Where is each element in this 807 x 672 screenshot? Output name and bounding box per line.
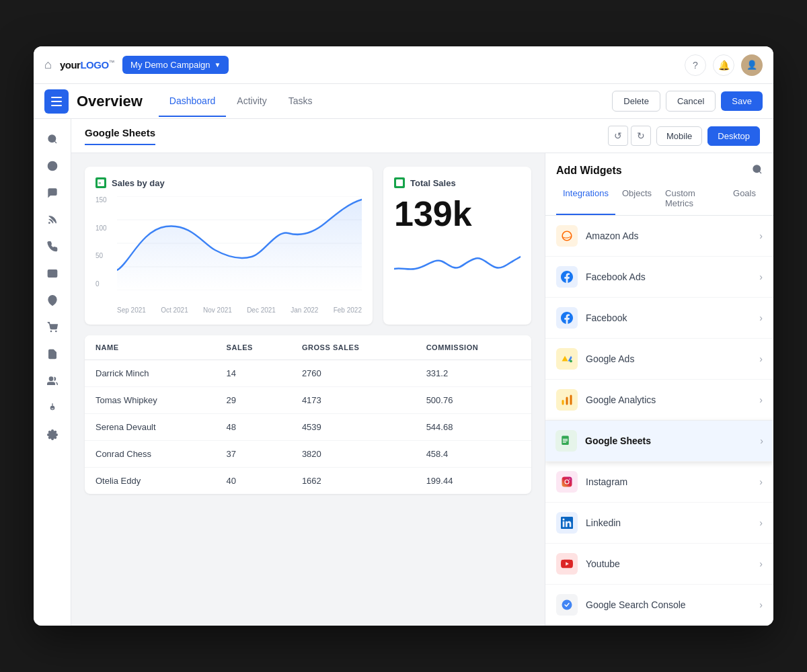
google-sheets-icon-small: ≡: [95, 177, 106, 188]
widget-item-google-sheets[interactable]: Google Sheets ›: [545, 421, 773, 462]
facebook-chevron-icon: ›: [759, 312, 763, 323]
svg-rect-17: [396, 179, 403, 186]
sidebar-icon-location[interactable]: [40, 288, 65, 312]
table-row[interactable]: Otelia Eddy 40 1662 199.44: [85, 468, 531, 495]
cancel-button[interactable]: Cancel: [666, 91, 716, 112]
widget-item-instagram[interactable]: Instagram ›: [545, 462, 773, 503]
google-analytics-icon: [556, 389, 578, 411]
sidebar-icon-rss[interactable]: [40, 208, 65, 232]
widget-item-youtube[interactable]: Youtube ›: [545, 544, 773, 585]
sidebar-icon-users[interactable]: [40, 369, 65, 393]
tab-integrations[interactable]: Integrations: [556, 183, 615, 215]
content-tab-title: Google Sheets: [85, 127, 155, 145]
svg-rect-20: [562, 400, 564, 405]
sidebar-icon-chat[interactable]: [40, 181, 65, 205]
notifications-button[interactable]: 🔔: [713, 54, 734, 76]
undo-redo-group: ↺ ↻: [608, 126, 651, 146]
col-name: NAME: [85, 335, 216, 360]
tab-activity[interactable]: Activity: [226, 86, 277, 117]
svg-point-29: [569, 478, 570, 480]
tab-objects[interactable]: Objects: [615, 183, 658, 215]
sidebar-icon-chart[interactable]: [40, 154, 65, 178]
help-icon: ?: [693, 60, 698, 71]
sidebar-icon-mail[interactable]: [40, 261, 65, 286]
svg-point-5: [51, 298, 54, 301]
col-commission: COMMISSION: [416, 335, 531, 360]
svg-point-6: [50, 331, 51, 331]
logo: yourLOGO™: [60, 59, 114, 71]
google-ads-chevron-icon: ›: [759, 353, 763, 364]
amazon-ads-chevron-icon: ›: [759, 230, 763, 241]
sidebar-icon-phone[interactable]: [40, 235, 65, 259]
content-body: ≡ Sales by day 150 100 50 0: [71, 153, 773, 626]
page-title: Overview: [77, 93, 143, 110]
tab-custom-metrics[interactable]: Custom Metrics: [658, 183, 726, 215]
widget-item-google-search-console[interactable]: Google Search Console ›: [545, 585, 773, 626]
widget-item-facebook[interactable]: Facebook ›: [545, 298, 773, 339]
total-sales-title: Total Sales: [394, 177, 521, 188]
campaign-dropdown[interactable]: My Demo Campaign ▼: [122, 56, 229, 74]
save-button[interactable]: Save: [721, 91, 763, 111]
cell-gross: 4539: [291, 414, 416, 441]
sidebar-icon-doc[interactable]: [40, 342, 65, 366]
cell-sales: 29: [216, 387, 291, 414]
redo-button[interactable]: ↻: [631, 126, 651, 146]
svg-rect-22: [570, 395, 572, 405]
linkedin-label: Linkedin: [586, 517, 759, 528]
mini-chart: [394, 242, 521, 282]
cell-gross: 3820: [291, 441, 416, 468]
sidebar-icon-search[interactable]: [40, 127, 65, 151]
cell-commission: 331.2: [416, 360, 531, 387]
svg-rect-26: [563, 442, 566, 443]
instagram-icon: [556, 471, 578, 493]
linkedin-chevron-icon: ›: [759, 517, 763, 528]
youtube-chevron-icon: ›: [759, 558, 763, 569]
sidebar-icon-settings[interactable]: [40, 423, 65, 447]
widgets-panel: Add Widgets Integrations Objects Custom …: [545, 153, 773, 626]
svg-point-30: [562, 600, 572, 610]
col-sales: SALES: [216, 335, 291, 360]
charts-row: ≡ Sales by day 150 100 50 0: [85, 167, 531, 325]
facebook-ads-icon: [556, 266, 578, 288]
top-bar-right: ? 🔔 👤: [685, 54, 763, 76]
widget-item-google-ads[interactable]: Google Ads ›: [545, 339, 773, 380]
second-bar-right: Delete Cancel Save: [612, 91, 763, 112]
cell-gross: 2760: [291, 360, 416, 387]
home-icon[interactable]: ⌂: [44, 58, 52, 72]
amazon-ads-icon: [556, 225, 578, 247]
sidebar-toggle-button[interactable]: [44, 89, 69, 114]
sidebar-icon-cart[interactable]: [40, 315, 65, 339]
x-axis-labels: Sep 2021 Oct 2021 Nov 2021 Dec 2021 Jan …: [95, 306, 362, 314]
table-row[interactable]: Tomas Whipkey 29 4173 500.76: [85, 387, 531, 414]
google-search-console-chevron-icon: ›: [759, 599, 763, 610]
facebook-ads-chevron-icon: ›: [759, 271, 763, 282]
tab-dashboard[interactable]: Dashboard: [159, 86, 227, 117]
help-button[interactable]: ?: [685, 54, 706, 76]
cell-name: Conrad Chess: [85, 441, 216, 468]
widgets-search-icon[interactable]: [752, 164, 763, 177]
widget-item-amazon-ads[interactable]: Amazon Ads ›: [545, 216, 773, 257]
table-row[interactable]: Darrick Minch 14 2760 331.2: [85, 360, 531, 387]
facebook-icon: [556, 307, 578, 329]
delete-button[interactable]: Delete: [612, 91, 660, 112]
svg-rect-25: [563, 440, 568, 441]
tab-goals[interactable]: Goals: [726, 183, 763, 215]
cell-name: Otelia Eddy: [85, 468, 216, 495]
tab-tasks[interactable]: Tasks: [278, 86, 323, 117]
avatar[interactable]: 👤: [741, 54, 763, 76]
table-row[interactable]: Conrad Chess 37 3820 458.4: [85, 441, 531, 468]
cell-sales: 48: [216, 414, 291, 441]
total-sales-value: 139k: [394, 196, 521, 231]
sales-table: NAME SALES GROSS SALES COMMISSION Darric…: [85, 335, 531, 494]
svg-rect-2: [51, 105, 62, 106]
table-row[interactable]: Serena Devault 48 4539 544.68: [85, 414, 531, 441]
cell-name: Darrick Minch: [85, 360, 216, 387]
google-ads-icon: [556, 348, 578, 370]
mobile-view-button[interactable]: Mobile: [656, 126, 702, 146]
widget-item-linkedin[interactable]: Linkedin ›: [545, 503, 773, 544]
desktop-view-button[interactable]: Desktop: [707, 126, 760, 146]
widget-item-google-analytics[interactable]: Google Analytics ›: [545, 380, 773, 421]
widget-item-facebook-ads[interactable]: Facebook Ads ›: [545, 257, 773, 298]
undo-button[interactable]: ↺: [608, 126, 628, 146]
sidebar-icon-plugin[interactable]: [40, 396, 65, 420]
